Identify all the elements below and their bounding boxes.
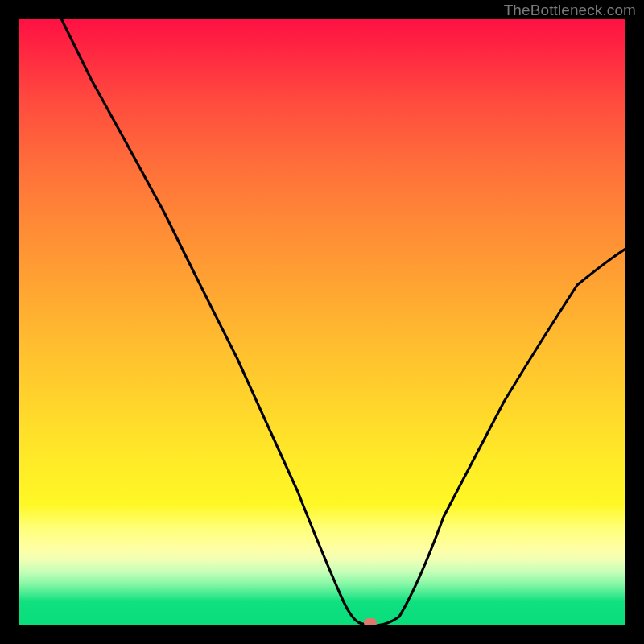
optimum-marker: [364, 618, 377, 625]
watermark-text: TheBottleneck.com: [504, 2, 636, 19]
curve-path: [61, 19, 625, 625]
bottleneck-curve: [19, 19, 625, 625]
chart-frame: TheBottleneck.com: [0, 0, 644, 644]
plot-area: [19, 19, 625, 625]
